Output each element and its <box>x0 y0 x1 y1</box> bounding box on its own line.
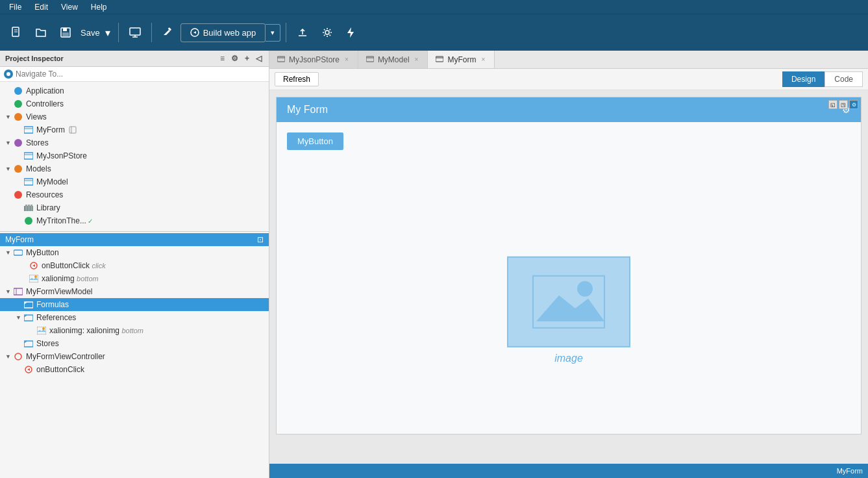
tree-item-controllers[interactable]: Controllers <box>0 97 269 110</box>
tree-item-stores[interactable]: Stores <box>0 136 269 149</box>
tree-item-xalionimg[interactable]: xalionimg bottom <box>0 272 269 285</box>
hammer-button[interactable] <box>157 23 178 42</box>
tree-item-mymodel[interactable]: MyModel <box>0 175 269 188</box>
navigate-to-bar <box>0 67 269 82</box>
tree-item-vm-stores[interactable]: Stores <box>0 337 269 350</box>
check-icon: ✓ <box>88 218 93 225</box>
corner-btn-2[interactable]: ◳ <box>839 100 848 109</box>
tab-mymodel[interactable]: MyModel × <box>358 51 428 68</box>
tab-myform-label: MyForm <box>447 55 476 64</box>
myform-view-label: MyForm <box>36 125 65 134</box>
tree-item-mybutton[interactable]: MyButton <box>0 246 269 259</box>
myform-tree-expand-icon[interactable]: ⊡ <box>257 235 264 244</box>
tab-myjsonpstore-close[interactable]: × <box>343 56 350 63</box>
bolt-button[interactable] <box>341 23 360 42</box>
pi-add-icon[interactable]: + <box>243 53 251 64</box>
save-dropdown-button[interactable]: ▾ <box>103 23 113 43</box>
mymodel-label: MyModel <box>36 177 68 186</box>
mybutton-icon <box>13 247 23 258</box>
library-label: Library <box>36 203 60 212</box>
svg-point-26 <box>14 191 22 199</box>
tree-item-resources[interactable]: Resources <box>0 188 269 201</box>
design-code-bar: Refresh Design Code <box>269 69 868 90</box>
pi-settings-icon[interactable]: ⚙ <box>229 53 240 64</box>
onbuttonclick-icon <box>29 260 39 271</box>
pi-collapse-icon[interactable]: ≡ <box>218 53 227 64</box>
left-panel: Project Inspector ≡ ⚙ + ◁ <box>0 51 269 478</box>
svg-rect-21 <box>24 153 33 159</box>
build-web-app-button[interactable]: Build web app <box>180 23 266 42</box>
menu-file[interactable]: File <box>3 1 28 13</box>
arrow-views <box>5 114 13 120</box>
mytritonthe-label: MyTritonThe... <box>36 216 86 225</box>
design-button[interactable]: Design <box>782 71 825 87</box>
corner-btn-1[interactable]: ◱ <box>828 100 837 109</box>
tree-item-application[interactable]: Application <box>0 84 269 97</box>
monitor-button[interactable] <box>124 23 146 42</box>
navigate-to-input[interactable] <box>16 69 265 79</box>
tab-myform[interactable]: MyForm × <box>428 51 495 68</box>
save-button[interactable] <box>55 23 77 42</box>
image-svg-icon <box>530 273 608 331</box>
mybutton-widget[interactable]: MyButton <box>287 132 343 150</box>
svg-point-13 <box>14 87 22 95</box>
open-folder-button[interactable] <box>30 23 52 42</box>
arrow-models <box>5 166 13 172</box>
tree-item-myform-view[interactable]: MyForm <box>0 123 269 136</box>
myformviewmodel-icon <box>13 286 23 297</box>
tree-item-models[interactable]: Models <box>0 162 269 175</box>
vm-stores-label: Stores <box>36 339 59 348</box>
controllers-label: Controllers <box>26 99 64 108</box>
tree-item-library[interactable]: Library <box>0 201 269 214</box>
svg-rect-24 <box>24 179 33 185</box>
corner-btn-3[interactable]: ⚙ <box>849 100 858 109</box>
code-button[interactable]: Code <box>825 71 863 87</box>
tree-item-mytritonthe[interactable]: MyTritonThe... ✓ <box>0 214 269 227</box>
svg-point-20 <box>14 139 22 147</box>
tab-myjsonpstore[interactable]: MyJsonPStore × <box>269 51 358 68</box>
tree-item-references[interactable]: References <box>0 311 269 324</box>
right-panel: MyJsonPStore × MyModel × MyForm × <box>269 51 868 478</box>
references-label: References <box>36 313 76 322</box>
mymodel-icon <box>23 177 34 187</box>
project-inspector-header: Project Inspector ≡ ⚙ + ◁ <box>0 51 269 67</box>
refresh-button[interactable]: Refresh <box>275 72 319 86</box>
tab-mymodel-close[interactable]: × <box>414 56 420 63</box>
build-dropdown-button[interactable]: ▾ <box>266 24 280 42</box>
tree-item-myformviewmodel[interactable]: MyFormViewModel <box>0 285 269 298</box>
tree-item-views[interactable]: Views <box>0 110 269 123</box>
pi-nav-icon[interactable]: ◁ <box>254 53 264 64</box>
form-canvas: ◱ ◳ ⚙ My Form ⚙ MyButton <box>276 97 862 434</box>
svg-point-31 <box>25 217 32 225</box>
menu-view[interactable]: View <box>55 1 84 13</box>
tree-item-formulas[interactable]: Formulas <box>0 298 269 311</box>
new-file-button[interactable] <box>5 23 27 42</box>
tree-item-xalionimg2[interactable]: xalionimg: xalionimg bottom <box>0 324 269 337</box>
menu-edit[interactable]: Edit <box>28 1 55 13</box>
svg-point-35 <box>34 275 37 278</box>
upload-button[interactable] <box>291 23 314 42</box>
myformviewcontroller-icon <box>13 351 23 362</box>
resources-label: Resources <box>26 190 63 199</box>
tab-myform-close[interactable]: × <box>480 56 486 63</box>
svg-point-11 <box>325 31 329 34</box>
mybutton-label: MyButton <box>26 248 59 257</box>
onbuttonclick-label: onButtonClick click <box>42 261 106 270</box>
models-label: Models <box>26 164 51 173</box>
tree-item-myjsonpstore[interactable]: MyJsonPStore <box>0 149 269 162</box>
svg-point-14 <box>14 100 22 108</box>
arrow-myformviewmodel <box>5 288 13 295</box>
myjsonpstore-icon <box>23 151 34 161</box>
bottom-bar-label: MyForm <box>837 467 863 475</box>
svg-rect-36 <box>14 288 23 295</box>
tree-item-myformviewcontroller[interactable]: MyFormViewController <box>0 350 269 363</box>
tree-item-onbuttonclick[interactable]: onButtonClick click <box>0 259 269 272</box>
app-tree: Application Controllers <box>0 82 269 230</box>
xalionimg2-icon <box>36 325 47 336</box>
resources-icon <box>13 190 23 200</box>
settings-button[interactable] <box>316 23 338 42</box>
form-body: MyButton image <box>277 122 861 434</box>
tree-item-onbuttonclick2[interactable]: onButtonClick <box>0 363 269 376</box>
build-web-app-label: Build web app <box>203 28 256 38</box>
menu-help[interactable]: Help <box>84 1 114 13</box>
